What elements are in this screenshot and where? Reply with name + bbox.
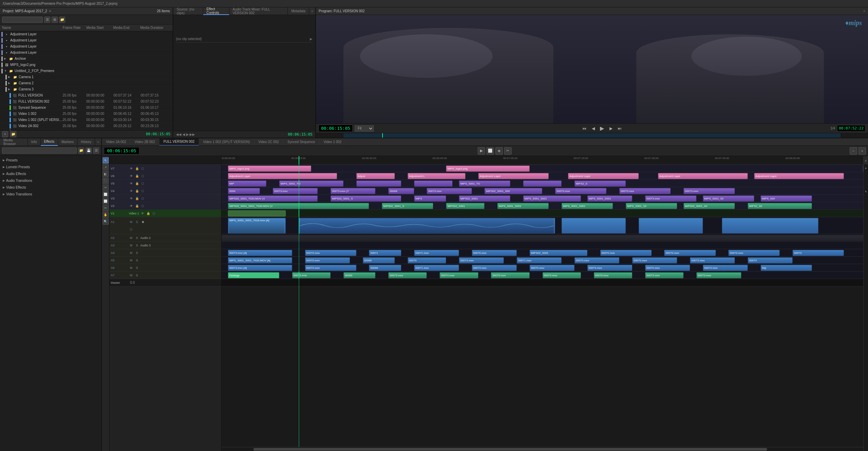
step-forward-btn[interactable]: ▶ bbox=[607, 125, 614, 132]
clip-v3-5[interactable]: MIPS_S001_S001 bbox=[523, 195, 581, 202]
clip-a7-3[interactable]: 00066 bbox=[343, 272, 375, 278]
tl-btn-1[interactable]: ▶ bbox=[478, 147, 485, 155]
clip-v5-2[interactable]: MIPS_S001_TO bbox=[279, 180, 343, 187]
list-item[interactable]: ⬛ Video 1 002 25.00 fps 00:00:00:00 00:0… bbox=[0, 111, 173, 117]
zoom-out-btn[interactable]: − bbox=[850, 147, 857, 155]
clip-v3-7[interactable]: 00073.mov bbox=[645, 195, 696, 202]
clip-v1-1[interactable] bbox=[228, 210, 286, 216]
list-item[interactable]: ⬛ Video 1 002 (SPLIT VERSION) 25.00 fps … bbox=[0, 117, 173, 123]
tab-effects[interactable]: Effects bbox=[41, 138, 58, 146]
clip-a5-10[interactable]: 00073 bbox=[748, 257, 793, 263]
clip-a4-3[interactable]: 00071 bbox=[369, 250, 401, 256]
list-item[interactable]: ▶ 📁 Camera 1 bbox=[0, 74, 173, 80]
fit-selector[interactable]: Fit 25% 50% 75% 100% bbox=[355, 125, 374, 132]
v1-sync-btn[interactable]: ⬡ bbox=[152, 211, 156, 216]
v7-eye-btn[interactable]: 👁 bbox=[129, 166, 134, 171]
v4-lock-btn[interactable]: 🔒 bbox=[135, 189, 139, 193]
clip-v4-8[interactable]: 00073.mov bbox=[619, 188, 671, 194]
tl-btn-3[interactable]: ◈ bbox=[495, 147, 503, 155]
a1-record-btn[interactable]: ⏺ bbox=[140, 220, 145, 224]
tl-btn-2[interactable]: ⬜ bbox=[486, 147, 494, 155]
clip-a4-10[interactable]: 00073 bbox=[793, 250, 844, 256]
clip-mips-logo-2[interactable]: MIPS_logo2.png bbox=[446, 166, 530, 172]
list-item[interactable]: ▶ 📁 Camera 3 bbox=[0, 86, 173, 92]
list-item[interactable]: 🖼 MIPS_logo2.png bbox=[0, 62, 173, 68]
ripple-edit-tool[interactable]: ◧ bbox=[103, 171, 109, 177]
clip-v2-2[interactable]: MIPS02_S001_S bbox=[382, 203, 433, 209]
v2-lock-btn[interactable]: 🔒 bbox=[135, 204, 139, 208]
clip-a2-bg[interactable] bbox=[222, 235, 863, 241]
play-btn[interactable]: ▶ bbox=[599, 125, 605, 132]
category-video-effects[interactable]: ▶ Video Effects bbox=[0, 184, 101, 191]
clip-a6-9[interactable]: 00073.mov bbox=[703, 265, 748, 271]
clip-a6-6[interactable]: 00070.mov bbox=[530, 265, 574, 271]
clip-adj-layer-2[interactable]: Adjust bbox=[356, 173, 395, 179]
clip-a1-waveform[interactable] bbox=[299, 218, 555, 233]
tl-btn-4[interactable]: ✂ bbox=[504, 147, 512, 155]
tab-media-browser[interactable]: Media Browser bbox=[0, 138, 28, 146]
clip-a4-2[interactable]: 00073.mov bbox=[305, 250, 356, 256]
list-item[interactable]: ⬛ Video 2A 002 25.00 fps 00:00:00:00 00:… bbox=[0, 123, 173, 129]
clip-v4-6[interactable]: MIPS02_S001_S00 bbox=[484, 188, 542, 194]
clip-adj-layer-6[interactable]: Adjustment Layer bbox=[658, 173, 748, 179]
list-item[interactable]: ▪ Adjustment Layer bbox=[0, 31, 173, 37]
clip-a4-5[interactable]: 00070.mov bbox=[472, 250, 517, 256]
clip-a6-8[interactable]: 00070.mov bbox=[645, 265, 690, 271]
v5-sync-btn[interactable]: ⬡ bbox=[140, 181, 145, 186]
category-audio-effects[interactable]: ▶ Audio Effects bbox=[0, 170, 101, 177]
clip-a5-4[interactable]: 00073 bbox=[408, 257, 446, 263]
slip-tool[interactable]: ⬜ bbox=[103, 191, 109, 197]
v3-eye-btn[interactable]: 👁 bbox=[129, 196, 134, 201]
list-item[interactable]: ⬛ FULL VERSION 25.00 fps 00:00:00:00 00:… bbox=[0, 92, 173, 99]
v2-eye-btn[interactable]: 👁 bbox=[129, 204, 134, 208]
clip-v3-8[interactable]: MIPS_S001_S0 bbox=[703, 195, 754, 202]
a2-mute-btn[interactable]: M bbox=[129, 236, 134, 240]
effects-search-input[interactable] bbox=[2, 148, 77, 154]
clip-a1-3[interactable] bbox=[562, 218, 626, 233]
a7-solo-btn[interactable]: S bbox=[135, 273, 139, 278]
clip-v3-9[interactable]: MIPS_S00 bbox=[761, 195, 812, 202]
clip-v3-2[interactable]: MIPS02_S001_S bbox=[331, 195, 401, 202]
a4-solo-btn[interactable]: S bbox=[135, 250, 139, 255]
clip-v5-7[interactable]: MIPS2_S bbox=[574, 180, 626, 187]
go-to-out-btn[interactable]: ⏭ bbox=[616, 125, 623, 132]
clip-a4-1[interactable]: 00073.mov [A] bbox=[228, 250, 292, 256]
clip-a7-8[interactable]: 00070.mov bbox=[594, 272, 632, 278]
razor-tool[interactable]: ✂ bbox=[103, 185, 109, 191]
clip-v2-7[interactable]: MIPS02_S001_S0 bbox=[684, 203, 735, 209]
new-bin-btn[interactable]: 📁 bbox=[59, 17, 65, 23]
clip-v3-3[interactable]: MIPS bbox=[414, 195, 446, 202]
clip-v5-1[interactable]: MIP bbox=[228, 180, 266, 187]
new-folder-btn[interactable]: 📁 bbox=[10, 131, 16, 137]
clip-a6-3[interactable]: 00066 bbox=[369, 265, 401, 271]
a7-mute-btn[interactable]: M bbox=[129, 273, 134, 278]
clip-a6-1[interactable]: 00073.mov [A] bbox=[228, 265, 292, 271]
icon-view-btn[interactable]: ⊞ bbox=[52, 17, 58, 23]
list-item[interactable]: ▼ 📁 Untitled_2_FCP_Premiere bbox=[0, 68, 173, 74]
list-item[interactable]: ▶ 📁 Archive bbox=[0, 56, 173, 62]
category-audio-transitions[interactable]: ▶ Audio Transitions bbox=[0, 177, 101, 184]
clip-a5-3[interactable]: 00066 bbox=[363, 257, 395, 263]
clip-a4-7[interactable]: 00070.mov bbox=[600, 250, 652, 256]
clip-a6-4[interactable]: 00071.mov bbox=[414, 265, 459, 271]
clip-mips-logo-1[interactable]: MIPS_logo2.png bbox=[228, 166, 312, 172]
clip-a5-2[interactable]: 00073.mov bbox=[305, 257, 350, 263]
list-item[interactable]: ▪ Adjustment Layer bbox=[0, 44, 173, 50]
a3-mute-btn[interactable]: M bbox=[129, 243, 134, 248]
hand-tool[interactable]: ✋ bbox=[103, 212, 109, 218]
tab-video2a[interactable]: Video 2A 002 bbox=[102, 138, 130, 146]
tab-video1-split[interactable]: Video 1 002 (SPLIT VERSION) bbox=[199, 138, 254, 146]
list-view-btn[interactable]: ☰ bbox=[44, 17, 50, 23]
clip-a5-5[interactable]: 00073.mov bbox=[459, 257, 504, 263]
program-panel-menu[interactable]: ≡ bbox=[863, 9, 865, 13]
a4-mute-btn[interactable]: M bbox=[129, 250, 134, 255]
step-back-btn[interactable]: ◀ bbox=[590, 125, 597, 132]
v1-lock-btn[interactable]: 🔒 bbox=[146, 211, 150, 216]
tab-info[interactable]: Info bbox=[28, 138, 41, 146]
new-item-btn[interactable]: + bbox=[2, 131, 8, 137]
tab-video1[interactable]: Video 1 002 bbox=[319, 138, 346, 146]
zoom-tool[interactable]: 🔍 bbox=[103, 219, 109, 225]
clip-adj-layer-5[interactable]: Adjustment Layer bbox=[568, 173, 639, 179]
v4-sync-btn[interactable]: ⬡ bbox=[140, 189, 145, 193]
clip-a6-10[interactable]: Mip bbox=[761, 265, 812, 271]
